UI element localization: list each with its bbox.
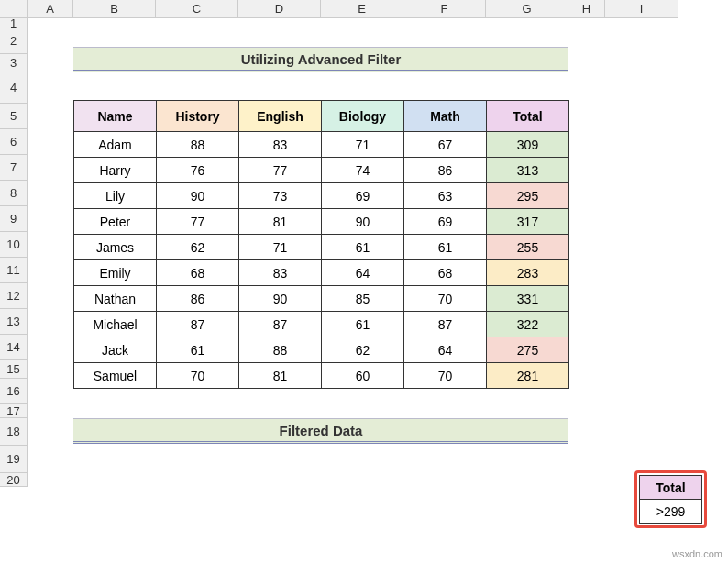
- cell-name[interactable]: Michael: [74, 312, 157, 337]
- cell-name[interactable]: Adam: [74, 132, 157, 158]
- col-header-E[interactable]: E: [321, 0, 403, 18]
- cell-biology[interactable]: 61: [322, 312, 404, 337]
- cell-total[interactable]: 275: [487, 337, 569, 363]
- cell-name[interactable]: Nathan: [74, 286, 157, 312]
- cell-name[interactable]: Lily: [74, 183, 157, 209]
- header-biology[interactable]: Biology: [322, 101, 404, 132]
- col-header-F[interactable]: F: [403, 0, 486, 18]
- cell-math[interactable]: 63: [404, 183, 487, 209]
- row-header-14[interactable]: 14: [0, 335, 28, 360]
- cell-math[interactable]: 61: [404, 235, 487, 260]
- cell-history[interactable]: 70: [157, 363, 239, 389]
- cell-math[interactable]: 70: [404, 286, 487, 312]
- row-header-5[interactable]: 5: [0, 104, 28, 129]
- cell-english[interactable]: 88: [239, 337, 322, 363]
- cell-history[interactable]: 90: [157, 183, 239, 209]
- col-header-I[interactable]: I: [605, 0, 678, 18]
- row-header-6[interactable]: 6: [0, 129, 28, 155]
- cell-english[interactable]: 77: [239, 158, 322, 183]
- cell-total[interactable]: 295: [487, 183, 569, 209]
- table-row: Harry76777486313: [74, 158, 569, 183]
- header-name[interactable]: Name: [74, 101, 157, 132]
- cell-biology[interactable]: 61: [322, 235, 404, 260]
- row-header-10[interactable]: 10: [0, 232, 28, 258]
- cell-math[interactable]: 68: [404, 260, 487, 286]
- row-header-17[interactable]: 17: [0, 404, 28, 418]
- row-header-15[interactable]: 15: [0, 360, 28, 379]
- cell-total[interactable]: 309: [487, 132, 569, 158]
- row-header-9[interactable]: 9: [0, 206, 28, 232]
- cell-total[interactable]: 317: [487, 209, 569, 235]
- cell-english[interactable]: 81: [239, 363, 322, 389]
- cell-history[interactable]: 76: [157, 158, 239, 183]
- cell-english[interactable]: 87: [239, 312, 322, 337]
- col-header-C[interactable]: C: [156, 0, 238, 18]
- cell-biology[interactable]: 69: [322, 183, 404, 209]
- row-header-3[interactable]: 3: [0, 54, 28, 72]
- cell-biology[interactable]: 90: [322, 209, 404, 235]
- header-math[interactable]: Math: [404, 101, 487, 132]
- row-header-4[interactable]: 4: [0, 72, 28, 104]
- cell-total[interactable]: 283: [487, 260, 569, 286]
- cell-biology[interactable]: 64: [322, 260, 404, 286]
- row-header-12[interactable]: 12: [0, 283, 28, 309]
- cell-biology[interactable]: 74: [322, 158, 404, 183]
- row-header-13[interactable]: 13: [0, 309, 28, 335]
- cell-name[interactable]: Samuel: [74, 363, 157, 389]
- cell-math[interactable]: 86: [404, 158, 487, 183]
- row-header-8[interactable]: 8: [0, 181, 28, 206]
- row-header-20[interactable]: 20: [0, 473, 28, 487]
- cell-history[interactable]: 61: [157, 337, 239, 363]
- table-row: Jack61886264275: [74, 337, 569, 363]
- col-header-D[interactable]: D: [238, 0, 321, 18]
- cell-name[interactable]: Emily: [74, 260, 157, 286]
- cell-english[interactable]: 71: [239, 235, 322, 260]
- header-total[interactable]: Total: [487, 101, 569, 132]
- row-header-7[interactable]: 7: [0, 155, 28, 181]
- cell-name[interactable]: Peter: [74, 209, 157, 235]
- col-header-G[interactable]: G: [486, 0, 568, 18]
- criteria-value[interactable]: >299: [640, 500, 702, 524]
- cell-math[interactable]: 70: [404, 363, 487, 389]
- cell-english[interactable]: 73: [239, 183, 322, 209]
- cell-total[interactable]: 255: [487, 235, 569, 260]
- cell-history[interactable]: 86: [157, 286, 239, 312]
- row-header-1[interactable]: 1: [0, 18, 28, 28]
- cell-english[interactable]: 81: [239, 209, 322, 235]
- cell-history[interactable]: 68: [157, 260, 239, 286]
- cell-math[interactable]: 69: [404, 209, 487, 235]
- cell-english[interactable]: 90: [239, 286, 322, 312]
- col-header-H[interactable]: H: [568, 0, 605, 18]
- row-header-11[interactable]: 11: [0, 258, 28, 283]
- header-english[interactable]: English: [239, 101, 322, 132]
- cell-total[interactable]: 281: [487, 363, 569, 389]
- row-header-2[interactable]: 2: [0, 28, 28, 54]
- cell-history[interactable]: 62: [157, 235, 239, 260]
- cell-name[interactable]: James: [74, 235, 157, 260]
- cell-history[interactable]: 77: [157, 209, 239, 235]
- cell-biology[interactable]: 85: [322, 286, 404, 312]
- cell-total[interactable]: 331: [487, 286, 569, 312]
- header-history[interactable]: History: [157, 101, 239, 132]
- cell-english[interactable]: 83: [239, 132, 322, 158]
- row-header-16[interactable]: 16: [0, 379, 28, 404]
- row-header-19[interactable]: 19: [0, 446, 28, 473]
- criteria-header[interactable]: Total: [640, 476, 702, 500]
- cell-biology[interactable]: 60: [322, 363, 404, 389]
- cell-name[interactable]: Jack: [74, 337, 157, 363]
- cell-math[interactable]: 67: [404, 132, 487, 158]
- cell-english[interactable]: 83: [239, 260, 322, 286]
- cell-total[interactable]: 313: [487, 158, 569, 183]
- cell-name[interactable]: Harry: [74, 158, 157, 183]
- col-header-A[interactable]: A: [28, 0, 73, 18]
- cell-biology[interactable]: 62: [322, 337, 404, 363]
- cell-total[interactable]: 322: [487, 312, 569, 337]
- cell-history[interactable]: 88: [157, 132, 239, 158]
- cell-math[interactable]: 87: [404, 312, 487, 337]
- cell-biology[interactable]: 71: [322, 132, 404, 158]
- table-row: Michael87876187322: [74, 312, 569, 337]
- col-header-B[interactable]: B: [73, 0, 156, 18]
- cell-math[interactable]: 64: [404, 337, 487, 363]
- row-header-18[interactable]: 18: [0, 418, 28, 446]
- cell-history[interactable]: 87: [157, 312, 239, 337]
